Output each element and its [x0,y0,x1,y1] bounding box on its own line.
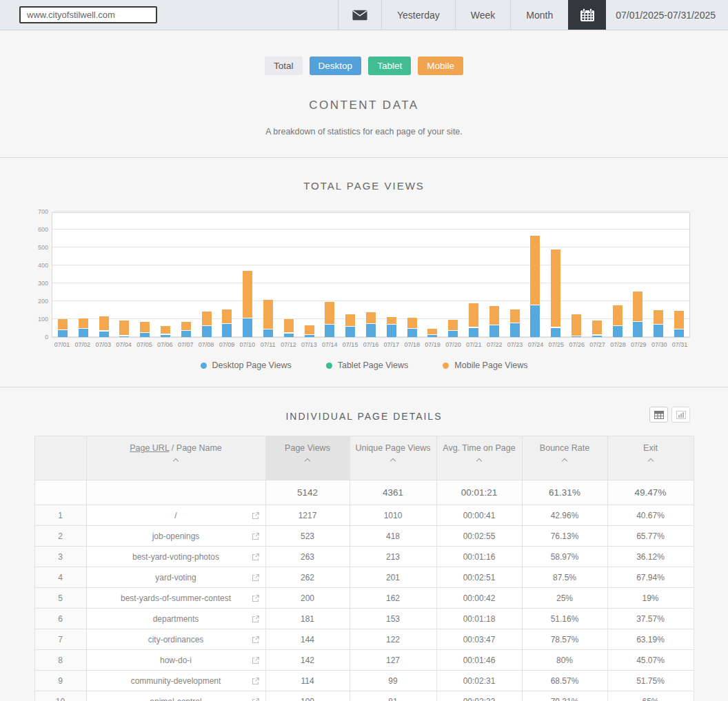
filter-desktop-button[interactable]: Desktop [310,57,362,75]
page-name-cell[interactable]: / [86,505,265,526]
page-name-cell[interactable]: animal-control [86,691,265,701]
sort-ascending-icon[interactable] [476,458,482,464]
stacked-bar-07/03[interactable] [99,316,109,337]
page-name-label[interactable]: job-openings [152,531,200,541]
row-avg-time: 00:02:33 [436,691,522,701]
stacked-bar-07/17[interactable] [387,317,396,337]
x-tick-label: 07/29 [631,341,647,348]
stacked-bar-07/02[interactable] [79,318,88,337]
column-header-1[interactable]: Page URL / Page Name [86,436,265,480]
y-tick-label: 500 [38,244,48,251]
row-exit: 19% [607,588,694,609]
chart-view-button[interactable] [671,407,690,423]
column-header-5[interactable]: Bounce Rate [522,436,607,480]
page-name-label[interactable]: animal-control [150,697,201,701]
column-header-label: Avg. Time on Page [443,443,515,453]
stacked-bar-07/04[interactable] [119,321,129,337]
page-name-cell[interactable]: departments [86,609,265,629]
page-name-label[interactable]: / [174,511,176,520]
open-page-link[interactable] [252,573,260,582]
stacked-bar-07/11[interactable] [263,300,273,337]
stacked-bar-07/16[interactable] [366,312,376,337]
page-url-sort-link[interactable]: Page URL [130,443,169,453]
stacked-bar-07/25[interactable] [551,250,560,337]
page-name-label[interactable]: how-do-i [160,656,192,665]
page-name-cell[interactable]: city-ordinances [86,629,265,650]
column-header-6[interactable]: Exit [607,436,694,480]
page-name-cell[interactable]: best-yards-of-summer-contest [86,588,265,609]
table-view-button[interactable] [649,407,668,423]
stacked-bar-07/23[interactable] [510,309,520,337]
stacked-bar-07/15[interactable] [345,314,355,337]
page-name-cell[interactable]: best-yard-voting-photos [86,547,265,567]
stacked-bar-07/20[interactable] [448,320,458,337]
open-page-link[interactable] [252,553,260,561]
filter-mobile-button[interactable]: Mobile [418,57,463,75]
totals-exit: 49.47% [607,480,694,505]
stacked-bar-07/06[interactable] [161,326,170,337]
week-button[interactable]: Week [455,0,511,30]
week-label: Week [471,10,496,21]
open-page-link[interactable] [252,615,260,623]
page-name-label[interactable]: departments [153,614,199,624]
stacked-bar-07/12[interactable] [284,319,294,337]
page-name-cell[interactable]: how-do-i [86,650,265,671]
page-name-label[interactable]: best-yards-of-summer-contest [121,593,231,603]
month-button[interactable]: Month [510,0,568,30]
open-page-link[interactable] [252,532,260,540]
stacked-bar-07/27[interactable] [592,321,602,337]
email-button[interactable] [338,0,381,30]
filter-total-button[interactable]: Total [265,57,303,75]
page-name-cell[interactable]: job-openings [86,526,265,547]
page-name-label[interactable]: community-development [131,676,221,686]
stacked-bar-07/19[interactable] [427,329,437,337]
stacked-bar-07/09[interactable] [222,309,232,337]
sort-ascending-icon[interactable] [562,458,567,464]
site-url-input[interactable] [19,6,157,23]
y-tick-label: 0 [45,334,48,341]
column-header-2[interactable]: Page Views [265,436,350,480]
stacked-bar-07/14[interactable] [325,302,334,337]
stacked-bar-07/01[interactable] [58,319,68,337]
open-page-link[interactable] [252,594,260,602]
row-unique-page-views: 127 [350,650,436,671]
bar-segment [181,322,191,331]
calendar-button[interactable] [568,0,606,30]
bar-segment [489,325,499,337]
page-name-label[interactable]: best-yard-voting-photos [132,552,219,562]
column-header-4[interactable]: Avg. Time on Page [436,436,522,480]
x-tick-label: 07/12 [281,341,296,348]
sort-ascending-icon[interactable] [647,458,653,464]
open-page-link[interactable] [252,511,260,520]
stacked-bar-07/24[interactable] [530,236,540,337]
yesterday-button[interactable]: Yesterday [381,0,455,30]
open-page-link[interactable] [252,656,260,664]
open-page-link[interactable] [252,698,260,701]
page-name-label[interactable]: yard-voting [155,573,196,582]
stacked-bar-07/08[interactable] [202,312,212,337]
stacked-bar-07/07[interactable] [181,322,191,337]
calendar-icon [580,8,595,22]
stacked-bar-07/10[interactable] [243,271,252,337]
stacked-bar-07/21[interactable] [469,303,478,337]
open-page-link[interactable] [252,636,260,644]
filter-tablet-button[interactable]: Tablet [368,57,411,75]
stacked-bar-07/18[interactable] [407,318,417,337]
open-page-link[interactable] [252,677,260,685]
stacked-bar-07/13[interactable] [305,325,314,337]
column-header-3[interactable]: Unique Page Views [350,436,436,480]
sort-ascending-icon[interactable] [173,458,179,464]
stacked-bar-07/30[interactable] [654,310,663,337]
stacked-bar-07/05[interactable] [140,322,150,337]
stacked-bar-07/22[interactable] [489,306,499,337]
page-name-cell[interactable]: community-development [86,671,265,691]
page-name-label[interactable]: city-ordinances [148,635,204,644]
stacked-bar-07/29[interactable] [633,292,643,337]
stacked-bar-07/28[interactable] [613,305,623,337]
page-name-cell[interactable]: yard-voting [86,567,265,588]
stacked-bar-07/26[interactable] [572,314,581,337]
stacked-bar-07/31[interactable] [674,311,684,337]
date-range[interactable]: 07/01/2025-07/31/2025 [606,0,728,30]
sort-ascending-icon[interactable] [390,458,396,464]
sort-ascending-icon[interactable] [305,458,310,464]
